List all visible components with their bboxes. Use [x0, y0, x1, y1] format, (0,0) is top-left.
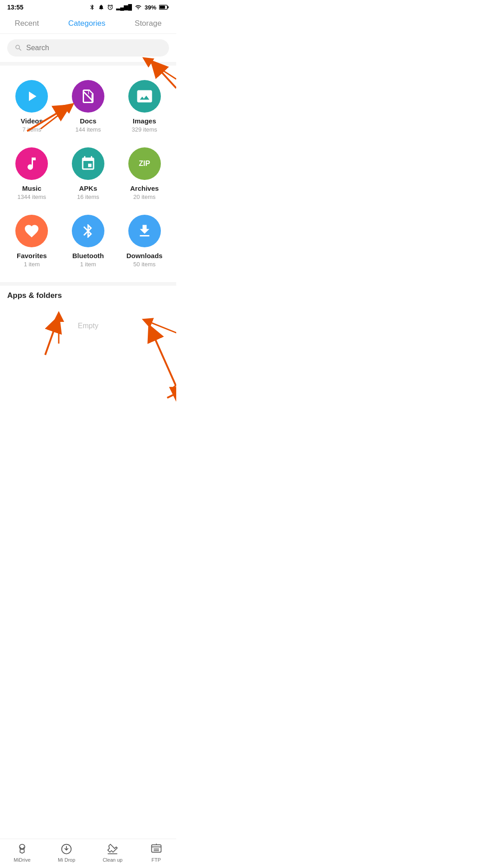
battery-percent: 39%: [145, 4, 156, 11]
category-images[interactable]: Images 329 items: [116, 73, 173, 140]
category-videos[interactable]: Videos 7 items: [4, 73, 60, 140]
images-icon-circle: [128, 80, 161, 113]
signal-icon: ▂▄▆█: [116, 4, 132, 10]
downloads-icon-circle: [128, 215, 161, 247]
archives-name: Archives: [130, 184, 159, 192]
downloads-count: 50 items: [133, 261, 155, 268]
svg-rect-1: [160, 6, 165, 9]
docs-icon-circle: [72, 80, 104, 113]
battery-icon: [159, 4, 169, 10]
videos-icon-circle: [15, 80, 48, 113]
nav-midrive-label: MiDrive: [14, 857, 30, 863]
music-count: 1344 items: [18, 193, 47, 200]
music-icon: [23, 156, 40, 172]
category-apks[interactable]: APKs 16 items: [60, 140, 117, 208]
svg-rect-14: [151, 845, 161, 852]
nav-midrop[interactable]: Mi Drop: [58, 843, 75, 863]
page-wrapper: 13:55 ▂▄▆█ 39%: [0, 0, 176, 380]
notification-icon: [98, 4, 104, 10]
image-icon: [136, 88, 153, 104]
cleanup-icon: [106, 843, 119, 855]
music-icon-circle: [15, 147, 48, 180]
bottom-nav: MiDrive Mi Drop Clean up FTP: [0, 839, 176, 868]
videos-count: 7 items: [22, 126, 41, 133]
midrive-icon: [16, 843, 28, 855]
nav-cleanup[interactable]: Clean up: [103, 843, 122, 863]
category-downloads[interactable]: Downloads 50 items: [116, 208, 173, 275]
tab-storage[interactable]: Storage: [126, 17, 171, 30]
apks-name: APKs: [79, 184, 97, 192]
images-name: Images: [133, 117, 156, 125]
zip-text: ZIP: [139, 160, 150, 168]
docs-count: 144 items: [75, 126, 101, 133]
section-divider-mid: [0, 282, 176, 286]
videos-name: Videos: [21, 117, 43, 125]
images-count: 329 items: [131, 126, 157, 133]
svg-line-9: [172, 377, 176, 389]
category-archives[interactable]: ZIP Archives 20 items: [116, 140, 173, 208]
heart-icon: [23, 223, 40, 239]
downloads-name: Downloads: [127, 252, 163, 259]
status-icons: ▂▄▆█ 39%: [89, 4, 169, 11]
nav-midrive[interactable]: MiDrive: [14, 843, 30, 863]
play-icon: [23, 88, 40, 104]
doc-icon: [80, 88, 96, 104]
status-bar: 13:55 ▂▄▆█ 39%: [0, 0, 176, 13]
section-divider-top: [0, 62, 176, 66]
ftp-icon: [150, 843, 163, 855]
top-tabs: Recent Categories Storage: [0, 13, 176, 34]
music-name: Music: [22, 184, 42, 192]
bluetooth-status-icon: [89, 4, 95, 10]
apps-folders-header: Apps & folders: [0, 286, 176, 304]
empty-state: Empty: [0, 304, 176, 348]
nav-cleanup-label: Clean up: [103, 857, 122, 863]
favorites-name: Favorites: [17, 252, 47, 259]
nav-ftp[interactable]: FTP: [150, 843, 163, 863]
alarm-icon: [107, 4, 113, 10]
category-docs[interactable]: Docs 144 items: [60, 73, 117, 140]
bluetooth-count: 1 item: [80, 261, 96, 268]
category-favorites[interactable]: Favorites 1 item: [4, 208, 60, 275]
download-icon: [136, 223, 153, 239]
midrop-icon: [60, 843, 73, 855]
apks-icon-circle: [72, 147, 104, 180]
svg-rect-2: [167, 6, 169, 9]
bluetooth-name: Bluetooth: [72, 252, 104, 259]
search-bar[interactable]: [7, 39, 169, 57]
favorites-count: 1 item: [24, 261, 40, 268]
search-input[interactable]: [26, 44, 162, 52]
docs-name: Docs: [80, 117, 97, 125]
nav-ftp-label: FTP: [151, 857, 161, 863]
tab-recent[interactable]: Recent: [5, 17, 48, 30]
archives-icon-circle: ZIP: [128, 147, 161, 180]
apk-icon: [80, 156, 96, 172]
bluetooth-icon-circle: [72, 215, 104, 247]
category-music[interactable]: Music 1344 items: [4, 140, 60, 208]
search-icon: [14, 44, 23, 52]
bluetooth-icon: [80, 223, 96, 239]
favorites-icon-circle: [15, 215, 48, 247]
categories-grid: Videos 7 items Docs 144 items Images 329: [0, 66, 176, 282]
wifi-icon: [135, 4, 142, 10]
archives-count: 20 items: [133, 193, 155, 200]
time: 13:55: [7, 4, 23, 11]
nav-midrop-label: Mi Drop: [58, 857, 75, 863]
category-bluetooth[interactable]: Bluetooth 1 item: [60, 208, 117, 275]
apks-count: 16 items: [77, 193, 99, 200]
tab-categories[interactable]: Categories: [59, 17, 114, 30]
